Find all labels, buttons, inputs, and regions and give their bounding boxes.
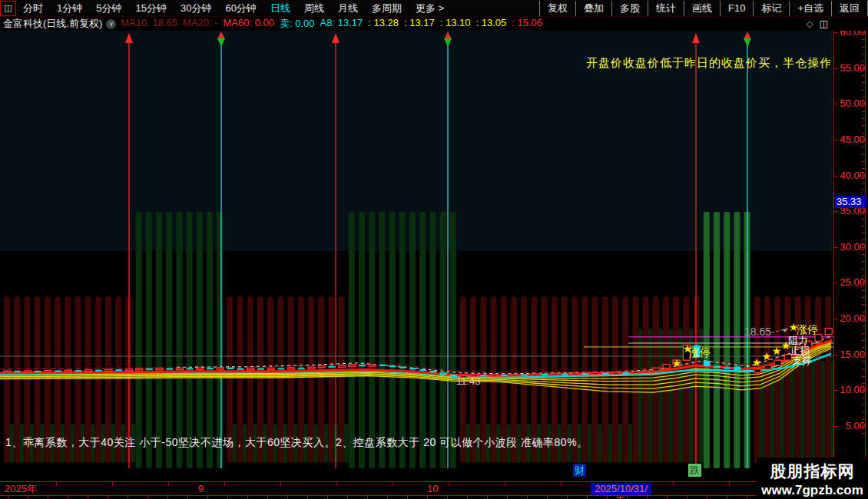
axis-minor-tick xyxy=(862,183,865,183)
axis-minor-tick xyxy=(860,247,865,248)
date-subaxis-tick xyxy=(28,496,28,499)
candle-up xyxy=(511,375,518,376)
period-tab-60分钟[interactable]: 60分钟 xyxy=(218,0,263,17)
action-button-复权[interactable]: 复权 xyxy=(539,1,575,16)
candle-up xyxy=(217,368,224,369)
candle-up xyxy=(754,369,761,372)
axis-minor-tick xyxy=(862,362,865,362)
candle-down xyxy=(714,366,721,368)
date-subaxis-tick xyxy=(8,496,8,499)
price-callout: 18.65 xyxy=(744,326,771,338)
candle-up xyxy=(288,368,295,369)
date-axis-tick xyxy=(112,482,113,486)
candle-down xyxy=(328,366,335,368)
axis-minor-tick xyxy=(862,347,865,348)
candle-up xyxy=(176,368,183,369)
candle-down xyxy=(602,373,609,375)
period-tab-1分钟[interactable]: 1分钟 xyxy=(50,0,89,17)
date-axis-tick xyxy=(393,482,393,486)
volume-bar-green xyxy=(450,212,456,468)
date-subaxis-tick xyxy=(447,496,448,499)
date-subaxis-tick xyxy=(367,496,368,499)
action-button-+自选[interactable]: +自选 xyxy=(789,1,831,16)
signal-label: 支撑 xyxy=(792,355,812,366)
date-axis-tick xyxy=(729,482,730,486)
candle-up xyxy=(653,368,660,371)
period-tab-分时[interactable]: 分时 xyxy=(16,0,50,17)
action-button-返回[interactable]: 返回 xyxy=(831,1,868,16)
candle-down xyxy=(277,368,284,369)
histogram-bar-red xyxy=(805,296,811,463)
diamond-icon[interactable]: ◇ xyxy=(806,18,813,29)
candle-down xyxy=(389,365,396,367)
chevron-down-icon[interactable]: ∨ xyxy=(106,19,116,29)
period-tab-日线[interactable]: 日线 xyxy=(263,0,297,17)
axis-tick xyxy=(834,32,838,33)
axis-minor-tick xyxy=(860,140,865,140)
strategy-note: 开盘价收盘价低于昨日的收盘价买，半仓操作，永不满仓 xyxy=(586,56,868,71)
date-subaxis-tick xyxy=(347,496,348,499)
histogram-bar-red xyxy=(815,296,821,463)
indicator-value: : 13.28 xyxy=(368,17,399,31)
split-window-icon[interactable]: ◫ xyxy=(0,1,16,16)
action-button-F10[interactable]: F10 xyxy=(720,1,753,16)
price-chart-canvas[interactable]: ★★★★★★★涨停涨停阻力止损支撑18.6511.43 xyxy=(0,0,868,499)
indicator-value: MA20: - xyxy=(183,17,218,31)
period-tab-15分钟[interactable]: 15分钟 xyxy=(128,0,173,17)
histogram-bar-red xyxy=(622,296,628,463)
action-button-叠加[interactable]: 叠加 xyxy=(575,1,611,16)
period-tab-周线[interactable]: 周线 xyxy=(297,0,331,17)
volume-bar-green xyxy=(429,212,436,468)
volume-bar-green xyxy=(359,212,365,468)
date-subaxis-tick xyxy=(467,496,468,499)
volume-bar-green xyxy=(724,212,730,468)
axis-minor-tick xyxy=(862,405,865,405)
candle-down xyxy=(35,371,41,372)
period-tab-更多 >[interactable]: 更多 > xyxy=(409,0,451,17)
candle-down xyxy=(521,375,528,376)
date-subaxis-tick xyxy=(327,496,328,499)
indicator-value: : 13.05 xyxy=(476,17,507,31)
action-button-多股[interactable]: 多股 xyxy=(611,1,648,16)
axis-minor-tick xyxy=(862,312,865,312)
action-button-标记[interactable]: 标记 xyxy=(753,1,789,16)
date-subaxis-tick xyxy=(147,496,148,499)
axis-minor-tick xyxy=(860,176,865,177)
date-subaxis-tick xyxy=(707,496,707,499)
axis-minor-tick xyxy=(860,355,865,355)
candle-up xyxy=(125,369,132,371)
candle-down xyxy=(429,371,436,372)
date-subaxis-tick xyxy=(68,496,68,499)
candle-down xyxy=(257,368,264,370)
period-tab-30分钟[interactable]: 30分钟 xyxy=(174,0,218,17)
period-tab-多周期[interactable]: 多周期 xyxy=(365,0,409,17)
date-axis-tick xyxy=(56,482,57,486)
histogram-bar-green xyxy=(790,361,795,463)
axis-minor-tick xyxy=(862,47,865,48)
date-subaxis-tick xyxy=(487,496,488,499)
volume-bar-green xyxy=(379,212,385,468)
split-window-icon[interactable]: ◫ xyxy=(820,18,828,29)
date-subaxis-tick xyxy=(167,496,168,499)
candle-up xyxy=(247,368,254,370)
date-subaxis-tick xyxy=(128,496,128,499)
date-axis: 2025/10/31/五 2025年910 xyxy=(0,481,833,499)
indicator-value: : 13.10 xyxy=(440,17,471,31)
limit-up-label: 涨停 xyxy=(689,346,711,359)
axis-minor-tick xyxy=(862,154,865,155)
axis-minor-tick xyxy=(862,90,865,91)
action-button-统计[interactable]: 统计 xyxy=(648,1,684,16)
volume-bar-green xyxy=(399,212,406,468)
period-tab-月线[interactable]: 月线 xyxy=(331,0,365,17)
histogram-bar-green xyxy=(821,361,826,463)
info-right-icons: ◇ ◫ xyxy=(806,18,868,29)
low-price-label: 11.43 xyxy=(456,375,481,387)
histogram-bar-red xyxy=(592,296,598,463)
action-button-画线[interactable]: 画线 xyxy=(684,1,720,16)
candle-up xyxy=(764,365,771,369)
candle-up xyxy=(592,373,599,375)
star-signal-icon: ★ xyxy=(762,350,772,362)
axis-minor-tick xyxy=(862,219,865,220)
candle-down xyxy=(207,368,214,369)
period-tab-5分钟[interactable]: 5分钟 xyxy=(89,0,128,17)
